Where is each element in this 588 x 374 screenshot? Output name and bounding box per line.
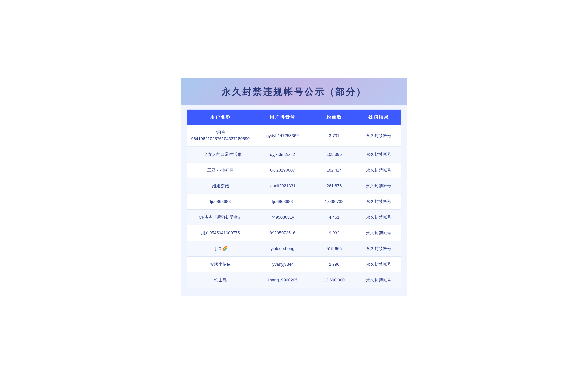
- cell-id: lju6868688: [254, 194, 312, 209]
- table-row: 安顺小依依lyyahyj33442,796永久封禁帐号: [187, 256, 401, 272]
- cell-id: gydyh147258369: [254, 125, 312, 147]
- table-row: 姐姐旗袍xiaoli2021331261,876永久封禁帐号: [187, 178, 401, 194]
- page-header: 永久封禁违规帐号公示（部分）: [181, 78, 407, 105]
- banned-accounts-table: 用户名称 用户抖音号 粉丝数 处罚结果 "用户96419621025761043…: [187, 110, 401, 288]
- cell-fans: 9,932: [311, 225, 357, 241]
- cell-name: 用户9545041009775: [187, 225, 254, 241]
- table-header-row: 用户名称 用户抖音号 粉丝数 处罚结果: [187, 110, 401, 125]
- cell-fans: 2,796: [311, 256, 357, 272]
- cell-fans: 4,451: [311, 209, 357, 225]
- page-container: 永久封禁违规帐号公示（部分） 用户名称 用户抖音号 粉丝数 处罚结果 "用户96…: [181, 78, 407, 296]
- col-header-result: 处罚结果: [357, 110, 401, 125]
- col-header-id: 用户抖音号: [254, 110, 312, 125]
- cell-result: 永久封禁帐号: [357, 162, 401, 178]
- cell-result: 永久封禁帐号: [357, 241, 401, 256]
- table-row: 三亚 小坤好棒GD20190807182,424永久封禁帐号: [187, 162, 401, 178]
- table-row: CF杰杰『瞬狙初学者』749508631y4,451永久封禁帐号: [187, 209, 401, 225]
- cell-id: zhang19900205: [254, 272, 312, 288]
- col-header-name: 用户名称: [187, 110, 254, 125]
- cell-name: 铁山靠: [187, 272, 254, 288]
- cell-result: 永久封禁帐号: [357, 147, 401, 162]
- cell-result: 永久封禁帐号: [357, 125, 401, 147]
- cell-name: lju6868688: [187, 194, 254, 209]
- cell-fans: 182,424: [311, 162, 357, 178]
- cell-name: 丁果🌈: [187, 241, 254, 256]
- cell-result: 永久封禁帐号: [357, 194, 401, 209]
- cell-id: xiaoli2021331: [254, 178, 312, 194]
- cell-fans: 1,008,738: [311, 194, 357, 209]
- cell-id: GD20190807: [254, 162, 312, 178]
- table-row: 一个女人的日常生活难dyjxt6m2rxn2108,395永久封禁帐号: [187, 147, 401, 162]
- cell-name: "用户9641962102576104337180590: [187, 125, 254, 147]
- page-title: 永久封禁违规帐号公示（部分）: [190, 86, 398, 98]
- cell-id: 749508631y: [254, 209, 312, 225]
- cell-fans: 12,690,000: [311, 272, 357, 288]
- table-row: 用户9545041009775892950735169,932永久封禁帐号: [187, 225, 401, 241]
- table-row: 丁果🌈yinleersheng515,665永久封禁帐号: [187, 241, 401, 256]
- table-row: "用户9641962102576104337180590gydyh1472583…: [187, 125, 401, 147]
- table-row: 铁山靠zhang1990020512,690,000永久封禁帐号: [187, 272, 401, 288]
- table-row: lju6868688lju68686881,008,738永久封禁帐号: [187, 194, 401, 209]
- cell-id: dyjxt6m2rxn2: [254, 147, 312, 162]
- cell-result: 永久封禁帐号: [357, 209, 401, 225]
- cell-id: yinleersheng: [254, 241, 312, 256]
- col-header-fans: 粉丝数: [311, 110, 357, 125]
- cell-name: 三亚 小坤好棒: [187, 162, 254, 178]
- cell-result: 永久封禁帐号: [357, 272, 401, 288]
- cell-result: 永久封禁帐号: [357, 178, 401, 194]
- cell-fans: 261,876: [311, 178, 357, 194]
- cell-name: CF杰杰『瞬狙初学者』: [187, 209, 254, 225]
- cell-name: 安顺小依依: [187, 256, 254, 272]
- cell-fans: 515,665: [311, 241, 357, 256]
- cell-name: 一个女人的日常生活难: [187, 147, 254, 162]
- table-wrapper: 用户名称 用户抖音号 粉丝数 处罚结果 "用户96419621025761043…: [181, 105, 407, 296]
- cell-id: lyyahyj3344: [254, 256, 312, 272]
- cell-id: 89295073516: [254, 225, 312, 241]
- cell-name: 姐姐旗袍: [187, 178, 254, 194]
- cell-fans: 3,731: [311, 125, 357, 147]
- cell-fans: 108,395: [311, 147, 357, 162]
- cell-result: 永久封禁帐号: [357, 256, 401, 272]
- cell-result: 永久封禁帐号: [357, 225, 401, 241]
